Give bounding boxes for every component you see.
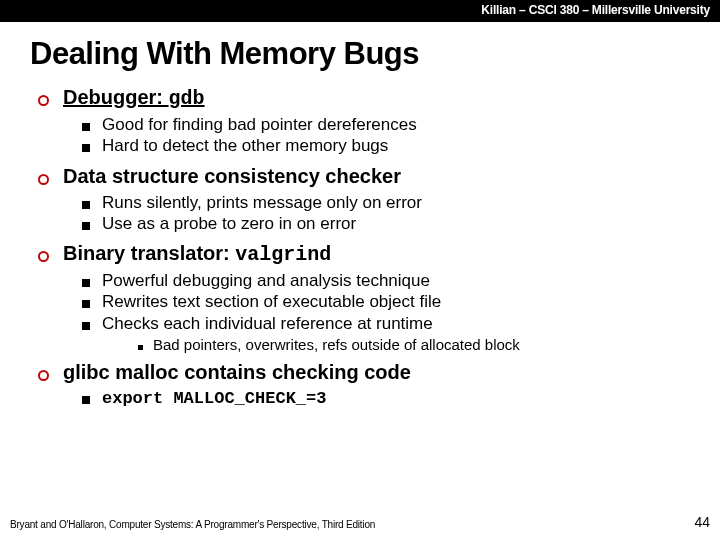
list-item: Binary translator: valgrind Powerful deb…	[38, 242, 690, 353]
header-text: Killian – CSCI 380 – Millersville Univer…	[481, 3, 710, 17]
square-bullet-icon	[82, 144, 90, 152]
square-bullet-icon	[82, 300, 90, 308]
slide-title: Dealing With Memory Bugs	[30, 36, 690, 72]
circle-bullet-icon	[38, 174, 49, 185]
item-heading: Data structure consistency checker	[63, 165, 401, 188]
sub-item: Hard to detect the other memory bugs	[82, 135, 690, 156]
item-heading: Debugger: gdb	[63, 86, 205, 110]
list-item: Debugger: gdb Good for finding bad point…	[38, 86, 690, 157]
slide-content: Dealing With Memory Bugs Debugger: gdb G…	[0, 22, 720, 409]
sub-item: Use as a probe to zero in on error	[82, 213, 690, 234]
square-bullet-icon	[82, 201, 90, 209]
item-heading: Binary translator: valgrind	[63, 242, 331, 266]
sub-item: Runs silently, prints message only on er…	[82, 192, 690, 213]
small-square-bullet-icon	[138, 345, 143, 350]
sub-list: Powerful debugging and analysis techniqu…	[38, 270, 690, 353]
subsub-list: Bad pointers, overwrites, refs outside o…	[102, 336, 690, 353]
sub-list: export MALLOC_CHECK_=3	[38, 388, 690, 409]
square-bullet-icon	[82, 322, 90, 330]
page-number: 44	[694, 514, 710, 530]
square-bullet-icon	[82, 123, 90, 131]
header-bar: Killian – CSCI 380 – Millersville Univer…	[0, 0, 720, 22]
circle-bullet-icon	[38, 370, 49, 381]
sub-item: export MALLOC_CHECK_=3	[82, 388, 690, 409]
footer: Bryant and O'Hallaron, Computer Systems:…	[10, 514, 710, 530]
item-heading: glibc malloc contains checking code	[63, 361, 411, 384]
square-bullet-icon	[82, 279, 90, 287]
sub-item: Checks each individual reference at runt…	[82, 313, 690, 353]
sub-item: Rewrites text section of executable obje…	[82, 291, 690, 312]
circle-bullet-icon	[38, 251, 49, 262]
sub-list: Good for finding bad pointer dereference…	[38, 114, 690, 157]
list-item: glibc malloc contains checking code expo…	[38, 361, 690, 409]
sub-item: Good for finding bad pointer dereference…	[82, 114, 690, 135]
circle-bullet-icon	[38, 95, 49, 106]
sub-list: Runs silently, prints message only on er…	[38, 192, 690, 235]
sub-item: Powerful debugging and analysis techniqu…	[82, 270, 690, 291]
footer-citation: Bryant and O'Hallaron, Computer Systems:…	[10, 519, 375, 530]
subsub-item: Bad pointers, overwrites, refs outside o…	[138, 336, 690, 353]
square-bullet-icon	[82, 222, 90, 230]
square-bullet-icon	[82, 396, 90, 404]
bullet-list: Debugger: gdb Good for finding bad point…	[30, 86, 690, 409]
list-item: Data structure consistency checker Runs …	[38, 165, 690, 235]
